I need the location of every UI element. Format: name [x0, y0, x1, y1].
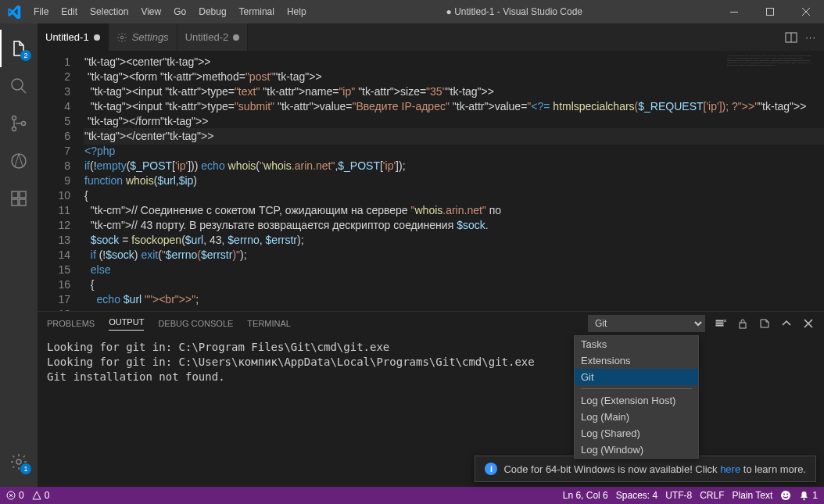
menu-help[interactable]: Help — [281, 0, 313, 23]
panel-tab-terminal[interactable]: TERMINAL — [247, 319, 291, 328]
notification-text: Code for 64-bit Windows is now available… — [503, 463, 806, 475]
output-channel-select[interactable]: Git — [588, 315, 705, 332]
svg-point-22 — [786, 494, 788, 495]
tab-untitled-1[interactable]: Untitled-1 — [38, 23, 109, 51]
tab-label: Settings — [132, 31, 169, 43]
search-icon[interactable] — [0, 67, 38, 105]
svg-point-4 — [13, 127, 16, 131]
tab-untitled-2[interactable]: Untitled-2 — [177, 23, 249, 51]
dd-separator — [581, 388, 692, 389]
svg-rect-15 — [716, 320, 723, 321]
titlebar: File Edit Selection View Go Debug Termin… — [0, 0, 824, 23]
settings-gear-icon[interactable]: 1 — [0, 443, 38, 481]
menu-edit[interactable]: Edit — [55, 0, 84, 23]
close-button[interactable] — [788, 0, 824, 23]
maximize-panel-icon[interactable] — [780, 317, 793, 330]
svg-point-5 — [22, 122, 26, 126]
extensions-icon[interactable] — [0, 180, 38, 217]
svg-point-12 — [120, 36, 124, 39]
svg-point-2 — [12, 79, 23, 90]
dd-item-log-window[interactable]: Log (Window) — [575, 441, 698, 458]
svg-rect-17 — [716, 325, 723, 326]
notification-toast: i Code for 64-bit Windows is now availab… — [475, 456, 816, 482]
svg-point-11 — [16, 459, 21, 464]
svg-point-6 — [12, 154, 26, 168]
svg-rect-1 — [767, 9, 774, 16]
status-bar: 0 0 Ln 6, Col 6 Spaces: 4 UTF-8 CRLF Pla… — [0, 487, 824, 504]
status-errors[interactable]: 0 — [6, 490, 24, 501]
menu-file[interactable]: File — [27, 0, 55, 23]
minimap[interactable]: <center> <form method="post"> <input typ… — [727, 55, 813, 148]
svg-point-20 — [781, 491, 790, 500]
svg-rect-8 — [12, 199, 18, 206]
tab-label: Untitled-1 — [45, 31, 89, 43]
warning-icon — [32, 491, 41, 500]
dd-item-log-shared[interactable]: Log (Shared) — [575, 425, 698, 441]
status-encoding[interactable]: UTF-8 — [665, 490, 692, 501]
bell-icon — [799, 491, 809, 501]
menu-terminal[interactable]: Terminal — [233, 0, 281, 23]
menu-view[interactable]: View — [134, 0, 167, 23]
split-editor-icon[interactable] — [785, 31, 797, 44]
dd-item-git[interactable]: Git — [575, 369, 698, 385]
explorer-icon[interactable]: 2 — [0, 30, 38, 67]
menu-selection[interactable]: Selection — [84, 0, 134, 23]
menu-bar: File Edit Selection View Go Debug Termin… — [27, 0, 313, 23]
svg-rect-9 — [20, 199, 26, 206]
info-icon: i — [485, 463, 497, 475]
svg-rect-0 — [730, 12, 738, 13]
status-notifications[interactable]: 1 — [799, 490, 818, 501]
editor-body[interactable]: 123456789101112131415161718 "tk-tag"><ce… — [38, 51, 824, 311]
dd-item-extensions[interactable]: Extensions — [575, 352, 698, 369]
dd-item-log-ext-host[interactable]: Log (Extension Host) — [575, 392, 698, 409]
status-indentation[interactable]: Spaces: 4 — [616, 490, 657, 501]
settings-badge: 1 — [20, 463, 31, 474]
window-controls — [716, 0, 824, 23]
tab-label: Untitled-2 — [185, 31, 229, 43]
svg-point-21 — [783, 494, 785, 495]
source-control-icon[interactable] — [0, 105, 38, 142]
svg-point-23 — [804, 498, 805, 499]
editor-tabs: Untitled-1 Settings Untitled-2 ··· — [38, 23, 824, 51]
vscode-logo-icon — [0, 5, 27, 19]
status-eol[interactable]: CRLF — [700, 490, 724, 501]
svg-point-3 — [13, 116, 16, 120]
clear-output-icon[interactable] — [715, 317, 727, 330]
status-feedback-icon[interactable] — [780, 490, 791, 501]
code-content[interactable]: "tk-tag"><center"tk-tag">> "tk-tag"><for… — [84, 51, 824, 311]
window-title: ● Untitled-1 - Visual Studio Code — [313, 6, 716, 17]
line-gutter: 123456789101112131415161718 — [38, 51, 84, 311]
error-icon — [6, 491, 16, 500]
gear-icon — [116, 32, 127, 43]
panel-tabs: PROBLEMS OUTPUT DEBUG CONSOLE TERMINAL G… — [38, 312, 824, 335]
tab-settings[interactable]: Settings — [109, 23, 177, 51]
close-panel-icon[interactable] — [802, 317, 815, 330]
minimize-button[interactable] — [716, 0, 752, 23]
svg-rect-16 — [716, 323, 723, 323]
open-log-icon[interactable] — [758, 317, 771, 330]
dirty-indicator-icon — [94, 34, 100, 41]
maximize-button[interactable] — [752, 0, 788, 23]
svg-rect-7 — [12, 191, 18, 198]
more-actions-icon[interactable]: ··· — [805, 31, 816, 43]
panel-tab-output[interactable]: OUTPUT — [109, 317, 144, 331]
explorer-badge: 2 — [20, 50, 31, 61]
panel-tab-problems[interactable]: PROBLEMS — [47, 319, 95, 328]
lock-scroll-icon[interactable] — [736, 317, 749, 330]
dd-item-tasks[interactable]: Tasks — [575, 336, 698, 352]
notification-link[interactable]: here — [720, 463, 740, 475]
menu-go[interactable]: Go — [167, 0, 192, 23]
svg-rect-10 — [20, 191, 26, 198]
dd-item-log-main[interactable]: Log (Main) — [575, 409, 698, 425]
menu-debug[interactable]: Debug — [192, 0, 232, 23]
status-warnings[interactable]: 0 — [32, 490, 50, 501]
activity-bar: 2 1 — [0, 23, 38, 487]
output-channel-dropdown: Tasks Extensions Git Log (Extension Host… — [574, 335, 699, 459]
svg-rect-18 — [740, 323, 746, 328]
status-language-mode[interactable]: Plain Text — [733, 490, 773, 501]
status-cursor-position[interactable]: Ln 6, Col 6 — [563, 490, 608, 501]
debug-icon[interactable] — [0, 142, 38, 180]
dirty-indicator-icon — [233, 34, 239, 41]
panel-tab-debug-console[interactable]: DEBUG CONSOLE — [158, 319, 233, 328]
